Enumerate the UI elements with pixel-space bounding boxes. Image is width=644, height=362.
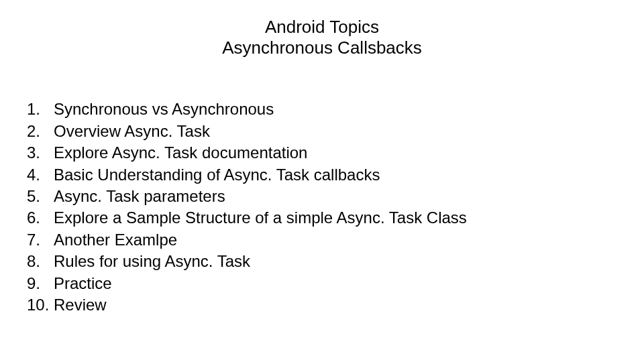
list-text: Overview Async. Task: [54, 121, 617, 142]
list-number: 4.: [27, 164, 54, 186]
list-item: 2. Overview Async. Task: [27, 121, 617, 142]
list-item: 7. Another Examlpe: [27, 229, 617, 251]
list-text: Rules for using Async. Task: [54, 251, 617, 272]
title-line-2: Asynchronous Callsbacks: [27, 38, 617, 58]
numbered-list: 1. Synchronous vs Asynchronous 2. Overvi…: [27, 99, 617, 316]
list-item: 9. Practice: [27, 273, 617, 294]
list-number: 8.: [27, 251, 54, 272]
list-number: 7.: [27, 229, 54, 251]
list-text: Basic Understanding of Async. Task callb…: [54, 164, 617, 186]
list-item: 6. Explore a Sample Structure of a simpl…: [27, 207, 617, 229]
list-item: 5. Async. Task parameters: [27, 186, 617, 207]
list-text: Explore Async. Task documentation: [54, 142, 617, 164]
list-text: Synchronous vs Asynchronous: [54, 99, 617, 120]
list-text: Practice: [54, 273, 617, 294]
list-text: Another Examlpe: [54, 229, 617, 251]
list-item: 4. Basic Understanding of Async. Task ca…: [27, 164, 617, 186]
list-item: 8. Rules for using Async. Task: [27, 251, 617, 272]
list-text: Review: [54, 294, 617, 316]
list-item: 3. Explore Async. Task documentation: [27, 142, 617, 164]
list-number: 10.: [27, 294, 54, 316]
list-number: 5.: [27, 186, 54, 207]
list-text: Explore a Sample Structure of a simple A…: [54, 207, 617, 229]
list-number: 3.: [27, 142, 54, 164]
list-number: 1.: [27, 99, 54, 120]
list-number: 9.: [27, 273, 54, 294]
title-line-1: Android Topics: [27, 17, 617, 38]
slide-header: Android Topics Asynchronous Callsbacks: [27, 17, 617, 58]
list-item: 1. Synchronous vs Asynchronous: [27, 99, 617, 120]
list-number: 6.: [27, 207, 54, 229]
list-item: 10. Review: [27, 294, 617, 316]
list-number: 2.: [27, 121, 54, 142]
list-text: Async. Task parameters: [54, 186, 617, 207]
